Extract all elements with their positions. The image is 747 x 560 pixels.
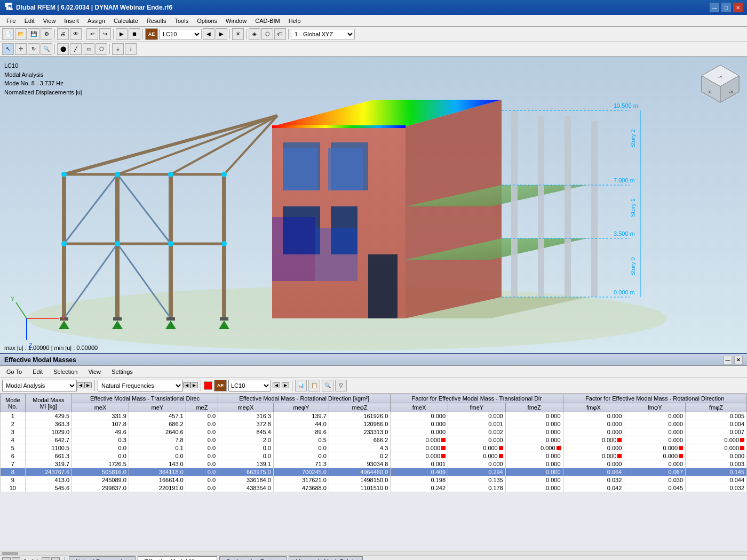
panel-minimize[interactable]: — (724, 356, 732, 364)
panel-menu-selection[interactable]: Selection (49, 367, 82, 376)
table-cell: 663975.0 (218, 468, 274, 476)
node-tool[interactable]: ⬤ (57, 43, 69, 55)
panel-menu-edit[interactable]: Edit (28, 367, 47, 376)
table-cell: 5 (1, 444, 26, 452)
table-row[interactable]: 1429.5331.9457.10.0316.3139.7161926.00.0… (1, 412, 747, 420)
table-cell: 0.178 (448, 484, 506, 492)
panel-menu-settings[interactable]: Settings (107, 367, 137, 376)
table-row[interactable]: 2363.3107.8686.20.0372.844.0120986.00.00… (1, 420, 747, 428)
table-cell: 0.000 (624, 428, 686, 436)
maximize-button[interactable]: □ (721, 3, 731, 12)
solid-tool[interactable]: ⬡ (96, 43, 107, 55)
menu-item-tools[interactable]: Tools (170, 17, 193, 25)
menu-item-edit[interactable]: Edit (20, 17, 39, 25)
lc-select-panel[interactable]: LC10 (228, 380, 271, 391)
redo-button[interactable]: ↪ (99, 28, 111, 40)
table-row[interactable]: 31029.049.62640.60.0845.489.6233313.00.0… (1, 428, 747, 436)
table-cell: 845.4 (218, 428, 274, 436)
analysis-next[interactable]: ▶ (84, 382, 92, 388)
support-tool[interactable]: ⏚ (112, 43, 124, 55)
table-cell: 0.000 (624, 412, 686, 420)
menu-item-assign[interactable]: Assign (83, 17, 109, 25)
last-page[interactable]: ▶| (51, 557, 60, 561)
move-tool[interactable]: ✛ (15, 43, 27, 55)
select-tool[interactable]: ↖ (2, 43, 14, 55)
filter-button[interactable]: ▽ (335, 380, 347, 391)
copy-button[interactable]: 📋 (308, 380, 320, 391)
table-cell: 166614.0 (129, 476, 186, 484)
stop-button[interactable]: ⏹ (129, 28, 140, 40)
labels-button[interactable]: 🏷 (274, 28, 286, 40)
lc-prev[interactable]: ◀ (203, 28, 214, 40)
load-tool[interactable]: ↓ (125, 43, 137, 55)
freq-next[interactable]: ▶ (190, 382, 198, 388)
3d-view[interactable]: LC10 Modal Analysis Mode No. 8 - 3.737 H… (0, 57, 747, 353)
analysis-select[interactable]: Modal Analysis (2, 380, 77, 391)
tab-masses-mesh[interactable]: Masses in Mesh Points (289, 556, 363, 560)
menu-item-cadbim[interactable]: CAD-BIM (251, 17, 284, 25)
crosshair-button[interactable]: ✕ (232, 28, 244, 40)
menu-item-window[interactable]: Window (221, 17, 251, 25)
menu-item-options[interactable]: Options (193, 17, 221, 25)
coord-select[interactable]: 1 - Global XYZ (291, 29, 355, 39)
menu-item-calculate[interactable]: Calculate (109, 17, 142, 25)
menu-item-insert[interactable]: Insert (60, 17, 83, 25)
tab-effective-modal[interactable]: Effective Modal Masses (138, 556, 218, 560)
zoom-tool[interactable]: 🔍 (41, 43, 52, 55)
panel-close[interactable]: ✕ (734, 356, 743, 364)
analysis-prev[interactable]: ◀ (77, 382, 84, 388)
new-button[interactable]: 📄 (2, 28, 14, 40)
col-mephix: meφX (218, 403, 274, 412)
table-row[interactable]: 7319.71726.5143.00.0139.171.393034.80.00… (1, 460, 747, 468)
lc-panel-next[interactable]: ▶ (282, 382, 289, 388)
table-row[interactable]: 6661.30.00.00.00.00.00.20.0000.0000.0000… (1, 452, 747, 460)
print-prev-button[interactable]: 👁 (70, 28, 82, 40)
table-row[interactable]: 9413.0245089.0166614.00.0336184.0317621.… (1, 476, 747, 484)
lc-panel-prev[interactable]: ◀ (273, 382, 280, 388)
calc-button[interactable]: ▶ (116, 28, 128, 40)
menu-item-view[interactable]: View (39, 17, 60, 25)
settings-button[interactable]: ⚙ (41, 28, 52, 40)
open-button[interactable]: 📂 (15, 28, 27, 40)
table-cell: 1726.5 (72, 460, 129, 468)
first-page[interactable]: |◀ (2, 557, 11, 561)
table-body: 1429.5331.9457.10.0316.3139.7161926.00.0… (1, 412, 747, 492)
svg-text:Story 2: Story 2 (630, 129, 636, 148)
freq-select[interactable]: Natural Frequencies (98, 380, 183, 391)
display-button[interactable]: ◈ (249, 28, 260, 40)
table-cell: 372.8 (218, 420, 274, 428)
toolbar-row-2: ↖ ✛ ↻ 🔍 ⬤ ╱ ▭ ⬡ ⏚ ↓ (0, 42, 747, 57)
view3d-button[interactable]: ⬡ (261, 28, 273, 40)
save-button[interactable]: 💾 (28, 28, 39, 40)
lc-next[interactable]: ▶ (216, 28, 227, 40)
freq-prev[interactable]: ◀ (183, 382, 190, 388)
prev-page[interactable]: ◀ (12, 557, 20, 561)
navigation-cube[interactable]: -Y X -X (699, 62, 742, 105)
panel-menu-goto[interactable]: Go To (2, 367, 26, 376)
menu-item-results[interactable]: Results (142, 17, 171, 25)
search-button[interactable]: 🔍 (322, 380, 333, 391)
minimize-button[interactable]: — (710, 3, 719, 12)
toolbar-sep-8 (54, 44, 55, 54)
panel-menu-view[interactable]: View (84, 367, 105, 376)
next-page[interactable]: ▶ (42, 557, 50, 561)
modal-masses-table: ModeNo. Modal MassMi [kg] Effective Moda… (0, 394, 747, 492)
rotate-tool[interactable]: ↻ (28, 43, 39, 55)
line-tool[interactable]: ╱ (70, 43, 82, 55)
tab-participation[interactable]: Participation Factors (219, 556, 287, 560)
table-row[interactable]: 10545.6299837.0220191.00.0438354.0473688… (1, 484, 747, 492)
lc-select[interactable]: LC10 (159, 29, 202, 39)
table-row[interactable]: 4642.70.37.80.02.00.5666.20.0000.0000.00… (1, 436, 747, 444)
print-button[interactable]: 🖨 (57, 28, 69, 40)
tab-natural-freq[interactable]: Natural Frequencies (69, 556, 136, 560)
data-table-container[interactable]: ModeNo. Modal MassMi [kg] Effective Moda… (0, 394, 747, 551)
close-button[interactable]: ✕ (733, 3, 743, 12)
surface-tool[interactable]: ▭ (83, 43, 94, 55)
table-row[interactable]: 8243767.6505816.0364118.00.0663975.07002… (1, 468, 747, 476)
menu-item-help[interactable]: Help (284, 17, 305, 25)
table-row[interactable]: 51100.50.00.10.00.00.04.30.0000.0000.000… (1, 444, 747, 452)
undo-button[interactable]: ↩ (86, 28, 98, 40)
export-button[interactable]: 📊 (295, 380, 307, 391)
panel-title: Effective Modal Masses (4, 356, 76, 364)
menu-item-file[interactable]: File (2, 17, 20, 25)
